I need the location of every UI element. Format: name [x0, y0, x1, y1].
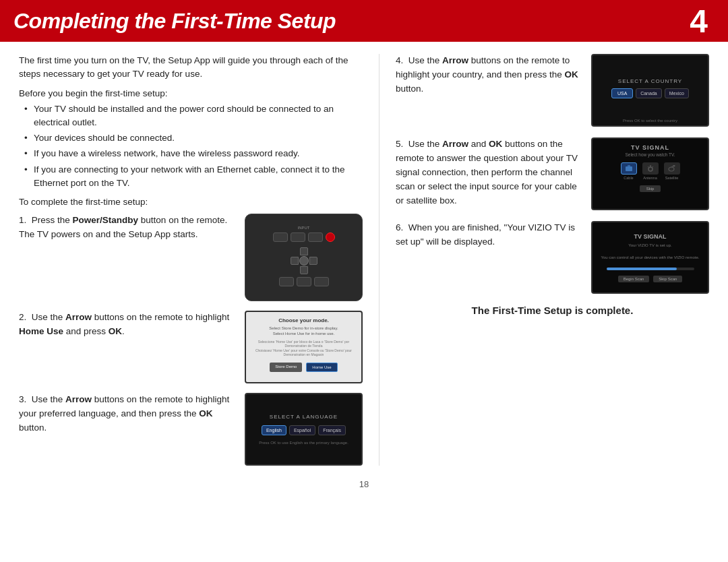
tv-complete-screen: TV SIGNAL Your VIZIO TV is set up.You ca…: [591, 221, 709, 294]
step-6-text: 6. When you are finished, "Your VIZIO TV…: [396, 221, 583, 249]
dpad-up: [300, 247, 308, 255]
step-2-text: 2. Use the Arrow buttons on the remote t…: [19, 311, 245, 339]
complete-screen-buttons: Begin Scan Skip Scan: [618, 276, 683, 282]
home-use-screen: Choose your mode. Select Store Demo for …: [245, 311, 363, 383]
page-header: Completing the First-Time Setup 4: [0, 0, 728, 42]
step-4-after2: button.: [396, 84, 423, 94]
column-divider: [379, 54, 380, 466]
remote-btn-5: [297, 277, 311, 286]
completion-label: The First-Time Setup is complete.: [396, 305, 709, 316]
skip-scan-btn: Skip Scan: [653, 276, 682, 282]
step-5-before: Use the: [408, 139, 442, 149]
step-5-image: TV SIGNAL Select how you watch TV. Cable: [591, 137, 709, 210]
step-6-image: TV SIGNAL Your VIZIO TV is set up.You ca…: [591, 221, 709, 294]
svg-rect-1: [628, 165, 630, 166]
signal-title: TV SIGNAL: [631, 144, 669, 151]
remote-power-btn: [326, 232, 335, 242]
step-5-middle: and: [468, 139, 489, 149]
step-2-after2: and press: [63, 326, 109, 336]
bullet-list: Your TV should be installed and the powe…: [19, 102, 363, 191]
right-column: 4. Use the Arrow buttons on the remote t…: [396, 54, 709, 466]
remote-btn-4: [279, 277, 294, 286]
step-4-before: Use the: [408, 55, 442, 65]
step-3: 3. Use the Arrow buttons on the remote t…: [19, 393, 363, 466]
page-footer: 18: [0, 472, 728, 496]
country-usa: USA: [611, 88, 633, 98]
step-6-after: When you are finished, "Your VIZIO TV is…: [396, 222, 575, 247]
remote-image: INPUT: [245, 214, 363, 301]
cable-svg: [625, 165, 633, 172]
step-2-after: buttons on the remote to highlight: [92, 312, 229, 322]
signal-cable-box: Cable: [621, 162, 637, 180]
antenna-icon: [642, 162, 659, 175]
cable-label: Cable: [624, 176, 633, 180]
step-4-text: 4. Use the Arrow buttons on the remote t…: [396, 54, 583, 96]
remote-btn-6: [314, 277, 329, 286]
intro-paragraph: The first time you turn on the TV, the S…: [19, 54, 363, 82]
step-2-bold2: Home Use: [19, 326, 63, 336]
progress-bar: [607, 268, 694, 270]
lang-english: English: [262, 425, 286, 435]
signal-icons: Cable Antenna: [621, 162, 680, 180]
svg-point-6: [669, 167, 674, 171]
step-3-image: SELECT A LANGUAGE English Español França…: [245, 393, 363, 466]
step-5: 5. Use the Arrow and OK buttons on the r…: [396, 137, 709, 210]
remote-btn-3: [308, 232, 323, 242]
country-footer: Press OK to select the country: [623, 119, 677, 123]
antenna-svg: [646, 165, 655, 172]
step-1-num: 1.: [19, 215, 26, 225]
language-screen: SELECT A LANGUAGE English Español França…: [245, 393, 363, 466]
satellite-icon: [664, 162, 680, 175]
complete-screen-text: Your VIZIO TV is set up.You can control …: [601, 243, 700, 261]
country-mexico: Mexico: [665, 88, 689, 98]
complete-first-title: To complete the first-time setup:: [19, 197, 363, 207]
cable-icon: [621, 162, 637, 175]
country-buttons: USA Canada Mexico: [611, 88, 689, 98]
list-item: Your devices should be connected.: [24, 131, 363, 145]
step-6-num: 6.: [396, 222, 403, 232]
step-3-bold2: OK: [199, 408, 212, 418]
lang-title: SELECT A LANGUAGE: [270, 414, 338, 420]
step-3-text: 3. Use the Arrow buttons on the remote t…: [19, 393, 238, 435]
step-5-num: 5.: [396, 139, 403, 149]
step-2-after3: .: [122, 326, 125, 336]
step-1-bold: Power/Standby: [73, 215, 139, 225]
step-2-bold: Arrow: [65, 312, 92, 322]
step-4: 4. Use the Arrow buttons on the remote t…: [396, 54, 709, 127]
dpad-center: [299, 256, 309, 266]
step-4-bold: Arrow: [442, 55, 468, 65]
antenna-label: Antenna: [643, 176, 657, 180]
step-2-image: Choose your mode. Select Store Demo for …: [245, 311, 363, 383]
step-3-before: Use the: [32, 394, 65, 404]
lang-footer: Press OK to use English as the primary l…: [259, 441, 348, 445]
step-4-num: 4.: [396, 55, 403, 65]
tv-signal-screen: TV SIGNAL Select how you watch TV. Cable: [591, 137, 709, 210]
hu-title: Choose your mode.: [278, 317, 329, 323]
signal-antenna-box: Antenna: [642, 162, 659, 180]
step-5-bold2: OK: [489, 139, 502, 149]
signal-subtitle: Select how you watch TV.: [625, 152, 675, 157]
step-2-bold3: OK: [109, 326, 122, 336]
lang-buttons: English Español Français: [262, 425, 346, 435]
store-demo-btn: Store Demo: [270, 363, 302, 372]
signal-satellite-box: Satellite: [664, 162, 680, 180]
lang-francais: Français: [318, 425, 346, 435]
step-4-bold2: OK: [564, 69, 578, 80]
complete-screen-title: TV SIGNAL: [634, 233, 666, 240]
lang-espanol: Español: [289, 425, 315, 435]
page-title: Completing the First-Time Setup: [13, 9, 336, 34]
step-1-before: Press the: [32, 215, 73, 225]
list-item: If you are connecting to your network wi…: [24, 163, 363, 191]
country-canada: Canada: [636, 88, 662, 98]
svg-rect-0: [626, 166, 632, 171]
main-content: The first time you turn on the TV, the S…: [0, 42, 728, 472]
remote-input-label: INPUT: [298, 226, 310, 230]
remote-btn-1: [273, 232, 288, 242]
country-screen: SELECT A COUNTRY USA Canada Mexico Press…: [591, 54, 709, 127]
left-column: The first time you turn on the TV, the S…: [19, 54, 363, 466]
home-use-btn: Home Use: [306, 363, 337, 372]
remote-btn-2: [291, 232, 305, 242]
step-2-before: Use the: [32, 312, 65, 322]
country-title: SELECT A COUNTRY: [618, 78, 682, 84]
progress-fill: [607, 268, 677, 270]
